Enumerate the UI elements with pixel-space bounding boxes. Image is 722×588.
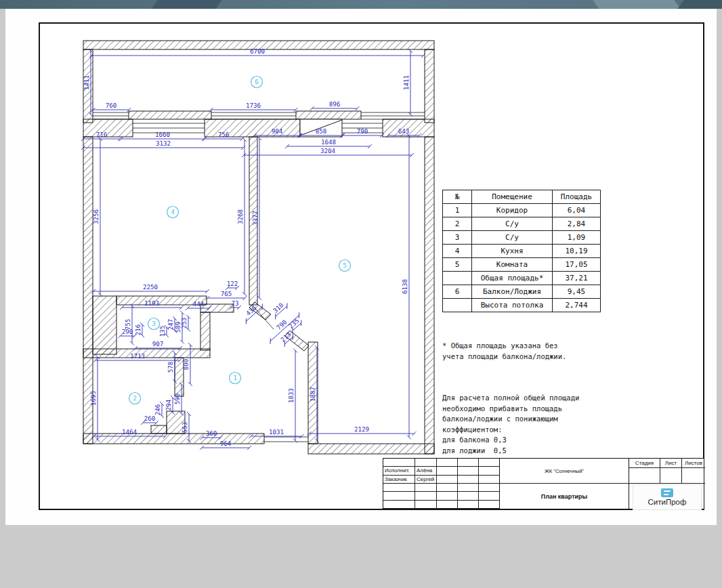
document-title: План квартиры	[500, 483, 629, 510]
stage-label: Стадия	[629, 459, 660, 467]
table-row: 2С/у2,84	[443, 217, 601, 231]
header-accent-shape	[593, 0, 680, 9]
project-name: ЖК "Солнечный"	[500, 459, 629, 484]
company-logo: СитиПроф	[633, 484, 702, 510]
header-accent-shape	[151, 0, 221, 9]
table-row: Высота потолка2,744	[443, 299, 601, 312]
logo-cell: СитиПроф	[629, 484, 705, 510]
header-accent-shape	[677, 0, 722, 9]
col-header-area: Площадь	[553, 190, 601, 204]
site-header-bar	[0, 0, 722, 9]
executor-value: Алёна	[415, 467, 437, 475]
company-logo-text: СитиПроф	[648, 498, 687, 506]
drawing-sheet-view: 6700141114117601736896716166075690485879…	[0, 0, 722, 588]
room-areas-table: № Помещение Площадь 1Коридор6,042С/у2,84…	[442, 190, 601, 312]
table-row: 3С/у1,09	[443, 231, 601, 245]
col-header-room: Помещение	[472, 190, 553, 204]
customer-label: Заказчик	[383, 476, 415, 484]
title-block-center: ЖК "Солнечный" План квартиры	[500, 459, 629, 509]
note-coefficients: Для расчета полной общей площадинеобходи…	[442, 393, 579, 456]
note-total-area: * Общая площадь указана безучета площади…	[442, 341, 579, 362]
sheet-label: Лист	[660, 459, 682, 467]
title-block: Исполнит. Алёна Заказчик Сергей ЖК "Солн…	[383, 458, 704, 509]
customer-value: Сергей	[415, 476, 437, 484]
table-header-row: № Помещение Площадь	[443, 190, 601, 204]
table-row: 5Комната17,05	[443, 258, 601, 272]
table-row: Общая площадь*37,21	[443, 272, 601, 285]
company-logo-icon	[661, 488, 673, 497]
table-row: 6Балкон/Лоджия9,45	[443, 285, 601, 299]
title-block-left-grid: Исполнит. Алёна Заказчик Сергей	[383, 459, 500, 509]
table-row: 1Коридор6,04	[443, 204, 601, 217]
drawing-frame	[39, 22, 704, 510]
col-header-number: №	[443, 190, 472, 204]
sheets-label: Листов	[682, 459, 705, 467]
title-block-right: Стадия Лист Листов СитиПроф	[629, 459, 705, 509]
executor-label: Исполнит.	[383, 467, 415, 475]
table-row: 4Кухня10,19	[443, 245, 601, 258]
